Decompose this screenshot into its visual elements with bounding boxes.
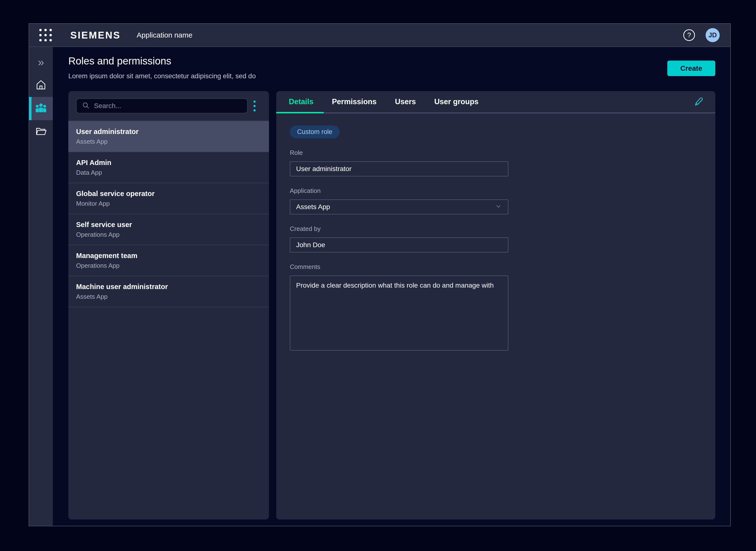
role-item-name: Machine user administrator [76, 283, 261, 291]
app-launcher-icon[interactable] [39, 29, 52, 41]
sidebar-collapse-toggle[interactable]: » [29, 50, 53, 74]
chevron-down-icon [495, 202, 502, 211]
tab-user-groups[interactable]: User groups [434, 97, 479, 106]
help-icon[interactable]: ? [683, 29, 695, 41]
role-list-item[interactable]: Management team Operations App [68, 245, 269, 276]
tabs-row: Details Permissions Users User groups [276, 91, 715, 113]
role-list-item[interactable]: User administrator Assets App [68, 121, 269, 152]
role-details-panel: Details Permissions Users User groups [276, 91, 715, 520]
edit-pencil-icon[interactable] [694, 96, 704, 108]
created-by-field: Created by [290, 225, 715, 252]
comments-field-label: Comments [290, 263, 715, 270]
created-by-input[interactable] [290, 237, 508, 252]
details-content: Custom role Role Application Assets App [276, 113, 715, 351]
application-select[interactable]: Assets App [290, 199, 508, 214]
create-button[interactable]: Create [667, 61, 715, 76]
search-input[interactable] [94, 102, 242, 110]
siemens-logo: SIEMENS [70, 30, 121, 41]
sidebar-item-home[interactable] [29, 74, 53, 97]
page-header: Roles and permissions Lorem ipsum dolor … [68, 55, 715, 80]
role-field: Role [290, 149, 715, 176]
role-field-label: Role [290, 149, 715, 156]
folder-icon [35, 126, 47, 138]
avatar[interactable]: JD [706, 28, 720, 42]
active-tab-underline [276, 112, 324, 113]
role-item-app: Assets App [76, 138, 261, 145]
double-chevron-right-icon: » [38, 56, 44, 68]
page-title: Roles and permissions [68, 55, 715, 67]
role-list-item[interactable]: Global service operator Monitor App [68, 183, 269, 214]
comments-field: Comments Provide a clear description wha… [290, 263, 715, 351]
sidebar-item-users[interactable] [29, 97, 53, 120]
comments-textarea[interactable]: Provide a clear description what this ro… [290, 276, 508, 351]
sidebar-item-files[interactable] [29, 120, 53, 143]
application-name: Application name [137, 31, 192, 39]
page-subtitle: Lorem ipsum dolor sit amet, consectetur … [68, 72, 715, 80]
custom-role-badge: Custom role [290, 125, 340, 138]
app-window: SIEMENS Application name ? JD » [29, 23, 731, 526]
role-item-app: Data App [76, 169, 261, 176]
role-list-item[interactable]: Self service user Operations App [68, 214, 269, 245]
role-list-item[interactable]: API Admin Data App [68, 152, 269, 183]
role-item-name: Management team [76, 252, 261, 260]
role-item-name: User administrator [76, 128, 261, 136]
application-field: Application Assets App [290, 187, 715, 214]
role-item-name: API Admin [76, 159, 261, 167]
top-bar: SIEMENS Application name ? JD [29, 24, 730, 47]
role-item-name: Global service operator [76, 190, 261, 198]
search-box[interactable] [76, 98, 248, 113]
role-item-app: Operations App [76, 231, 261, 238]
search-icon [82, 101, 90, 110]
role-item-name: Self service user [76, 221, 261, 229]
application-field-label: Application [290, 187, 715, 194]
search-row [68, 91, 269, 121]
tab-details[interactable]: Details [289, 97, 313, 106]
role-input[interactable] [290, 161, 508, 176]
role-list-item[interactable]: Machine user administrator Assets App [68, 276, 269, 307]
role-item-app: Assets App [76, 293, 261, 301]
application-select-value: Assets App [296, 203, 330, 211]
kebab-menu-icon[interactable] [248, 98, 261, 113]
role-item-app: Monitor App [76, 200, 261, 207]
tab-users[interactable]: Users [395, 97, 416, 106]
main-area: Roles and permissions Lorem ipsum dolor … [53, 47, 730, 526]
home-icon [35, 79, 47, 91]
tab-permissions[interactable]: Permissions [332, 97, 376, 106]
left-rail: » [29, 47, 53, 526]
created-by-field-label: Created by [290, 225, 715, 232]
users-icon [35, 102, 47, 115]
roles-list-panel: User administrator Assets App API Admin … [68, 91, 269, 520]
role-item-app: Operations App [76, 262, 261, 269]
